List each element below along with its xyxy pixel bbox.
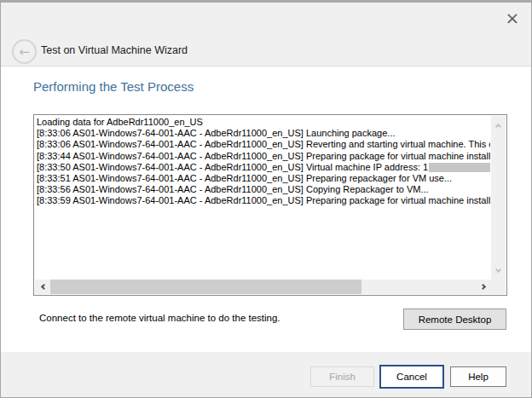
chevron-right-icon <box>479 284 485 290</box>
log-line-text: [8:33:59 AS01-Windows7-64-001-AAC - Adbe… <box>37 195 490 206</box>
log-line: [8:33:56 AS01-Windows7-64-001-AAC - Adbe… <box>37 184 490 195</box>
hint-text: Connect to the remote virtual machine to… <box>39 313 280 323</box>
log-line: [8:33:51 AS01-Windows7-64-001-AAC - Adbe… <box>37 173 490 184</box>
log-line: [8:33:59 AS01-Windows7-64-001-AAC - Adbe… <box>37 195 490 206</box>
log-line-text: Loading data for AdbeRdr11000_en_US <box>37 117 203 128</box>
scroll-down-button[interactable] <box>491 263 506 278</box>
log-lines: Loading data for AdbeRdr11000_en_US[8:33… <box>37 117 490 279</box>
wizard-content: Performing the Test Process Loading data… <box>1 66 531 355</box>
log-line-text: [8:33:06 AS01-Windows7-64-001-AAC - Adbe… <box>37 139 490 150</box>
scroll-right-button[interactable] <box>477 280 491 294</box>
redacted-ip-value <box>429 163 490 172</box>
finish-button[interactable]: Finish <box>310 366 374 387</box>
scroll-left-button[interactable] <box>35 280 49 294</box>
log-line: [8:33:50 AS01-Windows7-64-001-AAC - Adbe… <box>37 162 490 173</box>
back-arrow-icon: ← <box>19 44 30 60</box>
chevron-left-icon <box>40 284 46 290</box>
wizard-header: × ← Test on Virtual Machine Wizard <box>1 3 531 66</box>
scrollbar-corner <box>491 280 506 294</box>
log-output-box[interactable]: Loading data for AdbeRdr11000_en_US[8:33… <box>33 114 507 296</box>
chevron-down-icon <box>495 266 501 272</box>
remote-desktop-button[interactable]: Remote Desktop <box>403 309 506 330</box>
log-line-text: [8:33:44 AS01-Windows7-64-001-AAC - Adbe… <box>37 151 490 162</box>
log-line-text: [8:33:51 AS01-Windows7-64-001-AAC - Adbe… <box>37 173 452 184</box>
help-button[interactable]: Help <box>450 366 506 387</box>
page-title: Performing the Test Process <box>33 79 194 94</box>
close-button[interactable]: × <box>500 8 524 28</box>
log-line: Loading data for AdbeRdr11000_en_US <box>37 117 490 128</box>
horizontal-scrollbar[interactable] <box>35 280 491 294</box>
log-line-text: [8:33:56 AS01-Windows7-64-001-AAC - Adbe… <box>37 184 429 195</box>
log-line-text: [8:33:50 AS01-Windows7-64-001-AAC - Adbe… <box>37 162 428 173</box>
wizard-window: × ← Test on Virtual Machine Wizard Perfo… <box>0 0 532 398</box>
log-line: [8:33:06 AS01-Windows7-64-001-AAC - Adbe… <box>37 128 490 139</box>
window-title: Test on Virtual Machine Wizard <box>41 44 188 56</box>
log-line: [8:33:44 AS01-Windows7-64-001-AAC - Adbe… <box>37 151 490 162</box>
log-line-text: [8:33:06 AS01-Windows7-64-001-AAC - Adbe… <box>37 128 396 139</box>
wizard-footer: Finish Cancel Help <box>1 352 531 397</box>
scroll-up-button[interactable] <box>491 118 506 132</box>
vertical-scrollbar[interactable] <box>491 116 506 280</box>
cancel-button[interactable]: Cancel <box>379 365 444 389</box>
chevron-up-icon <box>495 123 501 129</box>
horizontal-scroll-thumb[interactable] <box>50 280 361 294</box>
back-button[interactable]: ← <box>12 39 37 64</box>
log-line: [8:33:06 AS01-Windows7-64-001-AAC - Adbe… <box>37 139 490 150</box>
